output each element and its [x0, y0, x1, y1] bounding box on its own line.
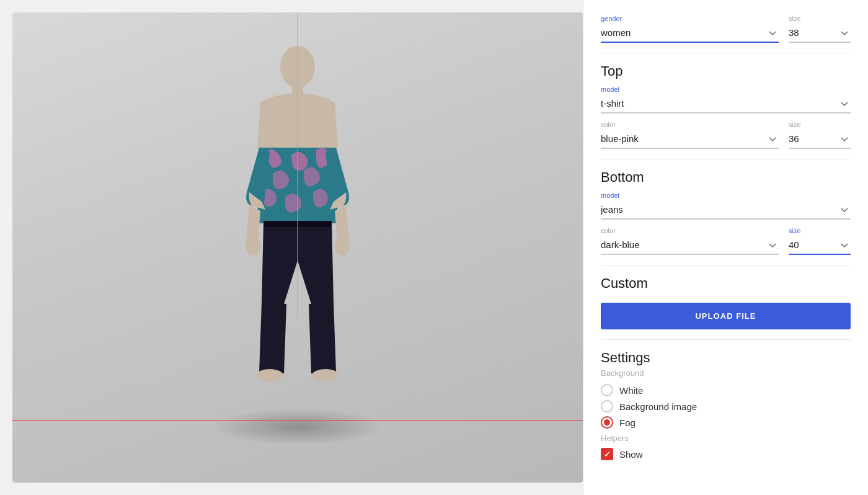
radio-bgimage-circle	[601, 400, 613, 412]
global-size-select[interactable]: 34 36 38 40 42	[789, 25, 851, 43]
show-helpers-checkbox[interactable]: Show	[601, 448, 851, 460]
divider-1	[601, 53, 851, 53]
background-subtitle: Background	[601, 368, 851, 378]
axis-line-red	[12, 420, 583, 421]
divider-4	[601, 339, 851, 340]
svg-point-2	[246, 236, 260, 256]
bottom-color-size-row: color dark-blue black white gray size 34…	[601, 227, 851, 255]
radio-bgimage-label: Background image	[619, 401, 697, 412]
bottom-model-field: model jeans shorts skirt trousers	[601, 192, 851, 220]
top-color-size-row: color blue-pink white black red size 34 …	[601, 121, 851, 149]
top-color-select[interactable]: blue-pink white black red	[601, 131, 779, 149]
radio-white[interactable]: White	[601, 384, 851, 396]
axis-line-green	[298, 12, 298, 318]
radio-white-circle	[601, 384, 613, 396]
gender-label: gender	[601, 15, 779, 22]
svg-point-3	[335, 236, 350, 256]
top-section: Top model t-shirt blouse jacket sweater …	[601, 63, 851, 149]
custom-title: Custom	[601, 275, 851, 292]
bottom-color-select[interactable]: dark-blue black white gray	[601, 237, 779, 255]
radio-fog-label: Fog	[619, 417, 636, 428]
bottom-color-label: color	[601, 227, 779, 234]
floor-shadow	[211, 408, 384, 445]
show-checkbox-label: Show	[619, 449, 643, 460]
show-checkbox-box	[601, 448, 613, 460]
bottom-model-label: model	[601, 192, 851, 199]
radio-fog-circle	[601, 416, 613, 429]
global-size-field: size 34 36 38 40 42	[789, 15, 851, 43]
top-model-label: model	[601, 86, 851, 93]
bottom-size-label: size	[789, 227, 851, 234]
top-color-field: color blue-pink white black red	[601, 121, 779, 149]
top-color-label: color	[601, 121, 779, 128]
svg-point-6	[312, 369, 339, 381]
bottom-title: Bottom	[601, 169, 851, 185]
top-size-field: size 34 36 38 40	[789, 121, 851, 149]
top-model-select[interactable]: t-shirt blouse jacket sweater	[601, 96, 851, 114]
radio-white-label: White	[619, 385, 643, 396]
3d-viewport	[12, 12, 583, 483]
settings-section: Settings Background White Background ima…	[601, 350, 851, 460]
background-radio-group: White Background image Fog	[601, 384, 851, 429]
global-size-label: size	[789, 15, 851, 22]
top-title: Top	[601, 63, 851, 79]
settings-title: Settings	[601, 350, 851, 366]
gender-size-row: gender women men size 34 36 38 40 42	[601, 15, 851, 43]
radio-fog[interactable]: Fog	[601, 416, 851, 429]
right-panel: gender women men size 34 36 38 40 42 Top	[583, 0, 868, 495]
custom-section: Custom UPLOAD FILE	[601, 275, 851, 329]
gender-select[interactable]: women men	[601, 25, 779, 43]
bottom-size-field: size 34 36 38 40 42	[789, 227, 851, 255]
divider-3	[601, 265, 851, 265]
top-model-field: model t-shirt blouse jacket sweater	[601, 86, 851, 114]
helpers-subtitle: Helpers	[601, 434, 851, 443]
top-size-label: size	[789, 121, 851, 128]
bottom-color-field: color dark-blue black white gray	[601, 227, 779, 255]
bottom-model-select[interactable]: jeans shorts skirt trousers	[601, 202, 851, 220]
bottom-section: Bottom model jeans shorts skirt trousers…	[601, 169, 851, 255]
radio-background-image[interactable]: Background image	[601, 400, 851, 412]
divider-2	[601, 159, 851, 159]
bottom-size-select[interactable]: 34 36 38 40 42	[789, 237, 851, 255]
svg-point-5	[256, 369, 283, 381]
upload-file-button[interactable]: UPLOAD FILE	[601, 303, 851, 329]
top-size-select[interactable]: 34 36 38 40	[789, 131, 851, 149]
gender-field: gender women men	[601, 15, 779, 43]
